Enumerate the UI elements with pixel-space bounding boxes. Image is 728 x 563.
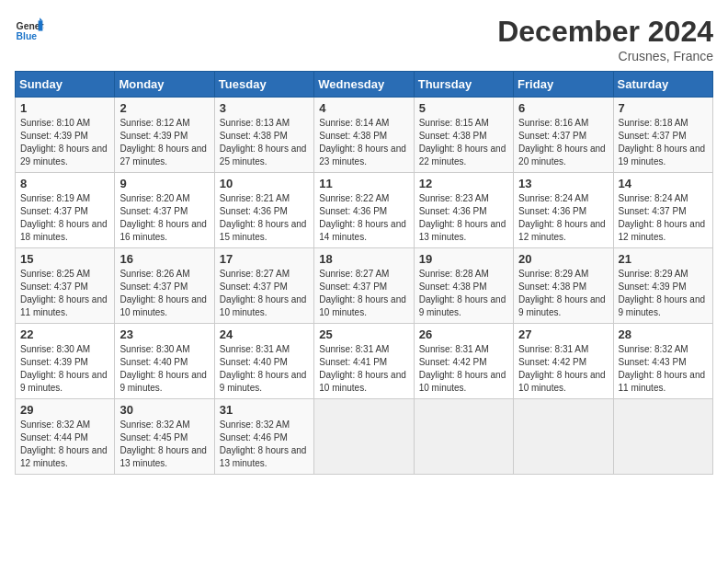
calendar-cell: 1Sunrise: 8:10 AMSunset: 4:39 PMDaylight… <box>16 98 115 173</box>
calendar-cell: 12Sunrise: 8:23 AMSunset: 4:36 PMDayligh… <box>414 173 513 248</box>
svg-text:Blue: Blue <box>17 31 38 41</box>
cell-details: Sunrise: 8:31 AMSunset: 4:40 PMDaylight:… <box>220 343 309 395</box>
day-number: 17 <box>220 252 309 266</box>
cell-details: Sunrise: 8:32 AMSunset: 4:46 PMDaylight:… <box>220 419 309 470</box>
day-number: 29 <box>20 403 109 417</box>
calendar-cell: 26Sunrise: 8:31 AMSunset: 4:42 PMDayligh… <box>414 324 513 399</box>
calendar-cell: 19Sunrise: 8:28 AMSunset: 4:38 PMDayligh… <box>414 248 513 324</box>
day-number: 25 <box>319 327 408 341</box>
weekday-header: Friday <box>514 72 613 98</box>
location: Crusnes, France <box>497 49 713 63</box>
page-header: General Blue December 2024 Crusnes, Fran… <box>15 15 713 63</box>
day-number: 6 <box>518 101 608 115</box>
day-number: 30 <box>119 403 209 417</box>
cell-details: Sunrise: 8:25 AMSunset: 4:37 PMDaylight:… <box>20 268 109 319</box>
weekday-header: Wednesday <box>314 72 414 98</box>
calendar-cell: 14Sunrise: 8:24 AMSunset: 4:37 PMDayligh… <box>613 173 712 248</box>
weekday-header: Tuesday <box>214 72 313 98</box>
cell-details: Sunrise: 8:29 AMSunset: 4:39 PMDaylight:… <box>619 268 708 319</box>
day-number: 4 <box>319 101 408 115</box>
day-number: 14 <box>619 177 708 190</box>
day-number: 11 <box>319 177 408 190</box>
day-number: 1 <box>20 101 109 115</box>
cell-details: Sunrise: 8:31 AMSunset: 4:42 PMDaylight:… <box>419 343 508 395</box>
month-title: December 2024 <box>497 15 713 49</box>
calendar-cell <box>414 399 513 475</box>
day-number: 18 <box>319 252 408 266</box>
cell-details: Sunrise: 8:29 AMSunset: 4:38 PMDaylight:… <box>518 268 608 319</box>
calendar-week-row: 22Sunrise: 8:30 AMSunset: 4:39 PMDayligh… <box>16 324 713 399</box>
day-number: 3 <box>220 101 309 115</box>
day-number: 9 <box>119 177 209 190</box>
day-number: 13 <box>518 177 608 190</box>
day-number: 26 <box>419 327 508 341</box>
day-number: 12 <box>419 177 508 190</box>
calendar-cell <box>514 399 613 475</box>
logo: General Blue <box>15 15 44 44</box>
day-number: 23 <box>119 327 209 341</box>
cell-details: Sunrise: 8:22 AMSunset: 4:36 PMDaylight:… <box>319 192 408 244</box>
svg-marker-2 <box>39 20 43 30</box>
weekday-header: Thursday <box>414 72 513 98</box>
cell-details: Sunrise: 8:32 AMSunset: 4:45 PMDaylight:… <box>119 419 209 470</box>
cell-details: Sunrise: 8:32 AMSunset: 4:43 PMDaylight:… <box>619 343 708 395</box>
day-number: 24 <box>220 327 309 341</box>
calendar-cell: 29Sunrise: 8:32 AMSunset: 4:44 PMDayligh… <box>16 399 115 475</box>
logo-icon: General Blue <box>15 15 44 44</box>
cell-details: Sunrise: 8:14 AMSunset: 4:38 PMDaylight:… <box>319 117 408 168</box>
weekday-header: Saturday <box>613 72 712 98</box>
day-number: 15 <box>20 252 109 266</box>
calendar-week-row: 8Sunrise: 8:19 AMSunset: 4:37 PMDaylight… <box>16 173 713 248</box>
cell-details: Sunrise: 8:26 AMSunset: 4:37 PMDaylight:… <box>119 268 209 319</box>
svg-marker-3 <box>40 17 42 20</box>
calendar-cell: 7Sunrise: 8:18 AMSunset: 4:37 PMDaylight… <box>613 98 712 173</box>
cell-details: Sunrise: 8:15 AMSunset: 4:38 PMDaylight:… <box>419 117 508 168</box>
day-number: 28 <box>619 327 708 341</box>
cell-details: Sunrise: 8:10 AMSunset: 4:39 PMDaylight:… <box>20 117 109 168</box>
calendar-cell: 11Sunrise: 8:22 AMSunset: 4:36 PMDayligh… <box>314 173 414 248</box>
cell-details: Sunrise: 8:30 AMSunset: 4:40 PMDaylight:… <box>119 343 209 395</box>
title-block: December 2024 Crusnes, France <box>497 15 713 63</box>
calendar-cell: 5Sunrise: 8:15 AMSunset: 4:38 PMDaylight… <box>414 98 513 173</box>
day-number: 8 <box>20 177 109 190</box>
day-number: 20 <box>518 252 608 266</box>
calendar-cell: 13Sunrise: 8:24 AMSunset: 4:36 PMDayligh… <box>514 173 613 248</box>
calendar-cell: 30Sunrise: 8:32 AMSunset: 4:45 PMDayligh… <box>115 399 214 475</box>
calendar-cell: 24Sunrise: 8:31 AMSunset: 4:40 PMDayligh… <box>214 324 313 399</box>
cell-details: Sunrise: 8:24 AMSunset: 4:36 PMDaylight:… <box>518 192 608 244</box>
cell-details: Sunrise: 8:28 AMSunset: 4:38 PMDaylight:… <box>419 268 508 319</box>
calendar-week-row: 15Sunrise: 8:25 AMSunset: 4:37 PMDayligh… <box>16 248 713 324</box>
calendar-cell: 9Sunrise: 8:20 AMSunset: 4:37 PMDaylight… <box>115 173 214 248</box>
calendar-cell: 16Sunrise: 8:26 AMSunset: 4:37 PMDayligh… <box>115 248 214 324</box>
cell-details: Sunrise: 8:16 AMSunset: 4:37 PMDaylight:… <box>518 117 608 168</box>
calendar-week-row: 29Sunrise: 8:32 AMSunset: 4:44 PMDayligh… <box>16 399 713 475</box>
cell-details: Sunrise: 8:19 AMSunset: 4:37 PMDaylight:… <box>20 192 109 244</box>
day-number: 16 <box>119 252 209 266</box>
calendar-cell: 15Sunrise: 8:25 AMSunset: 4:37 PMDayligh… <box>16 248 115 324</box>
day-number: 19 <box>419 252 508 266</box>
cell-details: Sunrise: 8:21 AMSunset: 4:36 PMDaylight:… <box>220 192 309 244</box>
calendar-table: SundayMondayTuesdayWednesdayThursdayFrid… <box>15 71 713 475</box>
cell-details: Sunrise: 8:20 AMSunset: 4:37 PMDaylight:… <box>119 192 209 244</box>
calendar-cell: 21Sunrise: 8:29 AMSunset: 4:39 PMDayligh… <box>613 248 712 324</box>
cell-details: Sunrise: 8:24 AMSunset: 4:37 PMDaylight:… <box>619 192 708 244</box>
calendar-cell: 31Sunrise: 8:32 AMSunset: 4:46 PMDayligh… <box>214 399 313 475</box>
calendar-cell: 3Sunrise: 8:13 AMSunset: 4:38 PMDaylight… <box>214 98 313 173</box>
cell-details: Sunrise: 8:31 AMSunset: 4:41 PMDaylight:… <box>319 343 408 395</box>
calendar-cell: 2Sunrise: 8:12 AMSunset: 4:39 PMDaylight… <box>115 98 214 173</box>
day-number: 10 <box>220 177 309 190</box>
cell-details: Sunrise: 8:32 AMSunset: 4:44 PMDaylight:… <box>20 419 109 470</box>
calendar-cell: 8Sunrise: 8:19 AMSunset: 4:37 PMDaylight… <box>16 173 115 248</box>
cell-details: Sunrise: 8:30 AMSunset: 4:39 PMDaylight:… <box>20 343 109 395</box>
cell-details: Sunrise: 8:18 AMSunset: 4:37 PMDaylight:… <box>619 117 708 168</box>
cell-details: Sunrise: 8:12 AMSunset: 4:39 PMDaylight:… <box>119 117 209 168</box>
cell-details: Sunrise: 8:13 AMSunset: 4:38 PMDaylight:… <box>220 117 309 168</box>
weekday-header: Monday <box>115 72 214 98</box>
weekday-header: Sunday <box>16 72 115 98</box>
day-number: 7 <box>619 101 708 115</box>
day-number: 31 <box>220 403 309 417</box>
calendar-cell: 4Sunrise: 8:14 AMSunset: 4:38 PMDaylight… <box>314 98 414 173</box>
cell-details: Sunrise: 8:27 AMSunset: 4:37 PMDaylight:… <box>319 268 408 319</box>
calendar-cell: 20Sunrise: 8:29 AMSunset: 4:38 PMDayligh… <box>514 248 613 324</box>
cell-details: Sunrise: 8:23 AMSunset: 4:36 PMDaylight:… <box>419 192 508 244</box>
